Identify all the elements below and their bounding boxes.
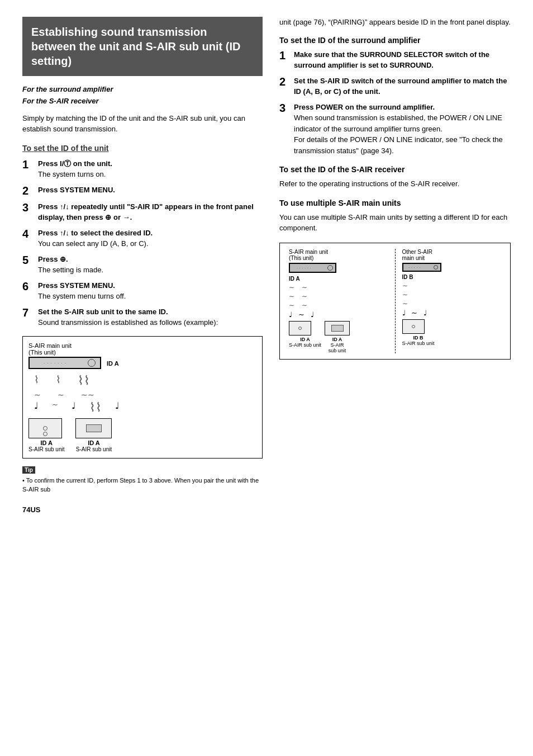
right-step-2-bold: Set the S-AIR ID switch of the surround … <box>294 77 507 96</box>
subtitle-line1: For the surround amplifier <box>22 84 263 96</box>
section4-heading: To use multiple S-AIR main units <box>279 199 511 207</box>
step-2-number: 2 <box>22 185 38 197</box>
section3: To set the ID of the S-AIR receiver Refe… <box>279 165 511 190</box>
rd-left-sub1-device <box>289 321 311 336</box>
left-diag-notes: ♩ ∼ ♩ ⌇⌇ ♩ <box>34 400 251 415</box>
rd-left-waves2: ∼ ∼ <box>289 292 388 300</box>
right-diagram: S-AIR main unit(This unit) · · · · · · I… <box>279 243 511 360</box>
rd-left-section: S-AIR main unit(This unit) · · · · · · I… <box>285 249 392 353</box>
title-box: Establishing sound transmission between … <box>22 17 263 76</box>
right-step-1-bold: Make sure that the SURROUND SELECTOR swi… <box>294 50 489 70</box>
left-diag-waves: ⌇ ⌇ ⌇⌇ <box>34 374 251 388</box>
section3-text: Refer to the operating instructions of t… <box>279 178 511 190</box>
left-diag-sub2-id: ID A <box>75 440 112 446</box>
rd-right-waves1: ∼ <box>402 282 502 290</box>
left-diag-sub-row: ID A S-AIR sub unit ID A S-AIR sub unit <box>28 418 256 452</box>
left-diag-sub1: ID A S-AIR sub unit <box>28 418 64 452</box>
step-3-bold: Press ↑/↓ repeatedly until "S-AIR ID" ap… <box>38 202 254 222</box>
rd-left-sub1-label: S-AIR sub unit <box>289 342 321 348</box>
rd-right-sub-label: S-AIR sub unit <box>402 341 435 346</box>
step-5-detail: The setting is made. <box>38 264 103 276</box>
rd-right-main-label: Other S-AIRmain unit <box>402 249 502 261</box>
rd-divider <box>395 249 396 353</box>
left-diag-sub2-device <box>75 418 112 438</box>
intro-text: Simply by matching the ID of the unit an… <box>22 113 263 135</box>
right-step-2-num: 2 <box>279 75 294 88</box>
right-intro: unit (page 76), “(PAIRING)” appears besi… <box>279 17 511 28</box>
left-diag-id-label: ID A <box>107 360 119 367</box>
page-title: Establishing sound transmission between … <box>31 25 254 68</box>
step-7-bold: Set the S-AIR sub unit to the same ID. <box>38 308 168 316</box>
rd-left-sub2-id: ID A <box>325 337 350 342</box>
steps-list: 1 Press I/Ⓣ on the unit. The system turn… <box>22 158 263 328</box>
left-column: Establishing sound transmission between … <box>22 17 263 514</box>
section2: To set the ID of the surround amplifier … <box>279 36 511 157</box>
step-7: 7 Set the S-AIR sub unit to the same ID.… <box>22 306 263 328</box>
rd-left-sub1: ID A S-AIR sub unit <box>289 321 321 353</box>
step-4: 4 Press ↑/↓ to select the desired ID. Yo… <box>22 228 263 249</box>
step-3: 3 Press ↑/↓ repeatedly until "S-AIR ID" … <box>22 201 263 223</box>
step-2-bold: Press SYSTEM MENU. <box>38 186 115 194</box>
step-4-bold: Press ↑/↓ to select the desired ID. <box>38 229 153 237</box>
step-7-content: Set the S-AIR sub unit to the same ID. S… <box>38 306 218 328</box>
right-step-1: 1 Make sure that the SURROUND SELECTOR s… <box>279 49 511 71</box>
step-2-content: Press SYSTEM MENU. <box>38 185 115 196</box>
left-diag-sub1-label: S-AIR sub unit <box>28 446 64 452</box>
left-diag-sub1-device <box>28 418 62 438</box>
rd-right-id-b: ID B <box>402 274 502 280</box>
right-step-3-num: 3 <box>279 102 294 114</box>
step-6-content: Press SYSTEM MENU. The system menu turns… <box>38 280 126 302</box>
left-diag-main-device: · · · · · · · <box>28 357 101 369</box>
step-6-bold: Press SYSTEM MENU. <box>38 281 115 290</box>
rd-left-sub-row: ID A S-AIR sub unit ID A S-AIRsub unit <box>289 321 388 353</box>
section2-heading: To set the ID of the surround amplifier <box>279 36 511 45</box>
rd-left-sub2-label: S-AIRsub unit <box>325 342 350 353</box>
right-step-3-detail2: For details of the POWER / ON LINE indic… <box>294 134 511 156</box>
right-step-2-content: Set the S-AIR ID switch of the surround … <box>294 75 511 97</box>
rd-left-main-device: · · · · · · <box>289 263 336 273</box>
step-2: 2 Press SYSTEM MENU. <box>22 185 263 197</box>
right-column: unit (page 76), “(PAIRING)” appears besi… <box>279 17 511 514</box>
step-7-detail: Sound transmission is established as fol… <box>38 317 218 328</box>
right-step-3-detail: When sound transmission is established, … <box>294 112 511 134</box>
subtitle: For the surround amplifier For the S-AIR… <box>22 84 263 107</box>
rd-right-waves3: ∼ <box>402 300 502 308</box>
rd-right-sub-id: ID B <box>402 335 435 341</box>
step-5-number: 5 <box>22 254 38 266</box>
rd-right-waves2: ∼ <box>402 291 502 299</box>
step-1: 1 Press I/Ⓣ on the unit. The system turn… <box>22 158 263 180</box>
rd-right-main-device: · · · · · <box>402 263 441 272</box>
step-4-content: Press ↑/↓ to select the desired ID. You … <box>38 228 153 249</box>
step-1-bold: Press I/Ⓣ on the unit. <box>38 159 112 168</box>
page-number: 74US <box>22 505 263 514</box>
step-6-number: 6 <box>22 280 38 292</box>
step-5-content: Press ⊕. The setting is made. <box>38 254 103 276</box>
subtitle-line2: For the S-AIR receiver <box>22 96 263 107</box>
step-1-number: 1 <box>22 158 38 171</box>
step-6-detail: The system menu turns off. <box>38 291 126 302</box>
rd-right-sub: ID B S-AIR sub unit <box>402 319 435 346</box>
rd-left-waves3: ∼ ∼ <box>289 301 388 309</box>
step-1-detail: The system turns on. <box>38 169 112 180</box>
step-4-number: 4 <box>22 228 38 240</box>
rd-left-id-a: ID A <box>289 276 388 282</box>
tip-section: Tip • To confirm the current ID, perform… <box>22 465 263 494</box>
step-3-number: 3 <box>22 201 38 214</box>
rd-right-sub-device <box>402 319 425 334</box>
left-diag-sub2: ID A S-AIR sub unit <box>75 418 112 452</box>
step-7-number: 7 <box>22 306 38 319</box>
rd-left-waves1: ∼ ∼ <box>289 284 388 291</box>
left-diag-sub1-id: ID A <box>28 440 64 446</box>
right-step-3-content: Press POWER on the surround amplifier. W… <box>294 102 511 157</box>
rd-left-sub2: ID A S-AIRsub unit <box>325 321 350 353</box>
rd-left-sub2-device <box>325 321 350 336</box>
step-1-content: Press I/Ⓣ on the unit. The system turns … <box>38 158 112 180</box>
left-diag-waves2: ∼ ∼ ∼∼ <box>34 390 251 399</box>
section1-heading: To set the ID of the unit <box>22 144 263 153</box>
section2-steps: 1 Make sure that the SURROUND SELECTOR s… <box>279 49 511 157</box>
left-diag-sub2-label: S-AIR sub unit <box>75 446 112 452</box>
left-diagram: S-AIR main unit(This unit) · · · · · · ·… <box>22 336 263 459</box>
left-diag-main-label: S-AIR main unit(This unit) <box>28 342 256 356</box>
tip-label: Tip <box>22 466 35 474</box>
right-step-3-bold: Press POWER on the surround amplifier. <box>294 103 435 111</box>
